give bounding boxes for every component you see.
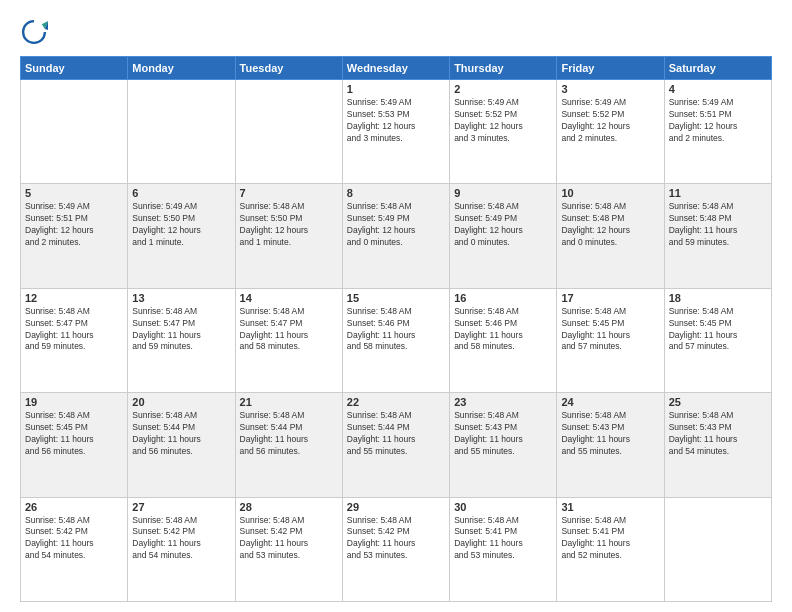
day-number: 30	[454, 501, 552, 513]
calendar-cell: 21Sunrise: 5:48 AM Sunset: 5:44 PM Dayli…	[235, 393, 342, 497]
day-number: 3	[561, 83, 659, 95]
calendar-cell: 23Sunrise: 5:48 AM Sunset: 5:43 PM Dayli…	[450, 393, 557, 497]
day-info: Sunrise: 5:48 AM Sunset: 5:47 PM Dayligh…	[25, 306, 123, 354]
day-info: Sunrise: 5:48 AM Sunset: 5:42 PM Dayligh…	[132, 515, 230, 563]
calendar-cell: 29Sunrise: 5:48 AM Sunset: 5:42 PM Dayli…	[342, 497, 449, 601]
calendar-cell: 31Sunrise: 5:48 AM Sunset: 5:41 PM Dayli…	[557, 497, 664, 601]
weekday-header: Sunday	[21, 57, 128, 80]
calendar-cell	[128, 80, 235, 184]
calendar-cell: 19Sunrise: 5:48 AM Sunset: 5:45 PM Dayli…	[21, 393, 128, 497]
day-info: Sunrise: 5:48 AM Sunset: 5:48 PM Dayligh…	[561, 201, 659, 249]
day-number: 6	[132, 187, 230, 199]
calendar-cell: 16Sunrise: 5:48 AM Sunset: 5:46 PM Dayli…	[450, 288, 557, 392]
day-info: Sunrise: 5:49 AM Sunset: 5:51 PM Dayligh…	[25, 201, 123, 249]
day-info: Sunrise: 5:48 AM Sunset: 5:43 PM Dayligh…	[669, 410, 767, 458]
day-info: Sunrise: 5:48 AM Sunset: 5:48 PM Dayligh…	[669, 201, 767, 249]
calendar-cell: 30Sunrise: 5:48 AM Sunset: 5:41 PM Dayli…	[450, 497, 557, 601]
weekday-header: Wednesday	[342, 57, 449, 80]
calendar-cell	[21, 80, 128, 184]
day-number: 20	[132, 396, 230, 408]
day-number: 28	[240, 501, 338, 513]
calendar-table: SundayMondayTuesdayWednesdayThursdayFrid…	[20, 56, 772, 602]
day-number: 8	[347, 187, 445, 199]
calendar-cell: 13Sunrise: 5:48 AM Sunset: 5:47 PM Dayli…	[128, 288, 235, 392]
day-info: Sunrise: 5:48 AM Sunset: 5:45 PM Dayligh…	[25, 410, 123, 458]
calendar-cell: 26Sunrise: 5:48 AM Sunset: 5:42 PM Dayli…	[21, 497, 128, 601]
day-number: 9	[454, 187, 552, 199]
calendar-week-row: 26Sunrise: 5:48 AM Sunset: 5:42 PM Dayli…	[21, 497, 772, 601]
day-number: 1	[347, 83, 445, 95]
calendar-week-row: 12Sunrise: 5:48 AM Sunset: 5:47 PM Dayli…	[21, 288, 772, 392]
calendar-cell: 7Sunrise: 5:48 AM Sunset: 5:50 PM Daylig…	[235, 184, 342, 288]
day-number: 29	[347, 501, 445, 513]
day-number: 13	[132, 292, 230, 304]
day-info: Sunrise: 5:48 AM Sunset: 5:46 PM Dayligh…	[347, 306, 445, 354]
day-number: 23	[454, 396, 552, 408]
calendar-cell: 28Sunrise: 5:48 AM Sunset: 5:42 PM Dayli…	[235, 497, 342, 601]
logo	[20, 18, 52, 46]
day-info: Sunrise: 5:48 AM Sunset: 5:41 PM Dayligh…	[561, 515, 659, 563]
calendar-cell: 20Sunrise: 5:48 AM Sunset: 5:44 PM Dayli…	[128, 393, 235, 497]
header	[20, 18, 772, 46]
calendar-cell: 14Sunrise: 5:48 AM Sunset: 5:47 PM Dayli…	[235, 288, 342, 392]
calendar-cell: 27Sunrise: 5:48 AM Sunset: 5:42 PM Dayli…	[128, 497, 235, 601]
day-info: Sunrise: 5:48 AM Sunset: 5:43 PM Dayligh…	[454, 410, 552, 458]
logo-icon	[20, 18, 48, 46]
day-info: Sunrise: 5:49 AM Sunset: 5:51 PM Dayligh…	[669, 97, 767, 145]
day-info: Sunrise: 5:49 AM Sunset: 5:53 PM Dayligh…	[347, 97, 445, 145]
day-info: Sunrise: 5:48 AM Sunset: 5:49 PM Dayligh…	[454, 201, 552, 249]
calendar-cell: 10Sunrise: 5:48 AM Sunset: 5:48 PM Dayli…	[557, 184, 664, 288]
day-number: 17	[561, 292, 659, 304]
calendar-cell: 12Sunrise: 5:48 AM Sunset: 5:47 PM Dayli…	[21, 288, 128, 392]
day-number: 27	[132, 501, 230, 513]
day-number: 4	[669, 83, 767, 95]
calendar-cell	[664, 497, 771, 601]
day-number: 7	[240, 187, 338, 199]
day-info: Sunrise: 5:48 AM Sunset: 5:42 PM Dayligh…	[347, 515, 445, 563]
day-number: 5	[25, 187, 123, 199]
weekday-header: Saturday	[664, 57, 771, 80]
calendar-cell: 18Sunrise: 5:48 AM Sunset: 5:45 PM Dayli…	[664, 288, 771, 392]
calendar-cell: 1Sunrise: 5:49 AM Sunset: 5:53 PM Daylig…	[342, 80, 449, 184]
day-info: Sunrise: 5:48 AM Sunset: 5:43 PM Dayligh…	[561, 410, 659, 458]
weekday-header: Friday	[557, 57, 664, 80]
day-number: 24	[561, 396, 659, 408]
day-number: 12	[25, 292, 123, 304]
day-info: Sunrise: 5:49 AM Sunset: 5:52 PM Dayligh…	[561, 97, 659, 145]
calendar-week-row: 1Sunrise: 5:49 AM Sunset: 5:53 PM Daylig…	[21, 80, 772, 184]
day-info: Sunrise: 5:48 AM Sunset: 5:49 PM Dayligh…	[347, 201, 445, 249]
day-info: Sunrise: 5:49 AM Sunset: 5:52 PM Dayligh…	[454, 97, 552, 145]
day-info: Sunrise: 5:48 AM Sunset: 5:44 PM Dayligh…	[240, 410, 338, 458]
calendar-cell: 6Sunrise: 5:49 AM Sunset: 5:50 PM Daylig…	[128, 184, 235, 288]
calendar-cell: 9Sunrise: 5:48 AM Sunset: 5:49 PM Daylig…	[450, 184, 557, 288]
calendar-header-row: SundayMondayTuesdayWednesdayThursdayFrid…	[21, 57, 772, 80]
day-info: Sunrise: 5:48 AM Sunset: 5:44 PM Dayligh…	[347, 410, 445, 458]
calendar-cell: 5Sunrise: 5:49 AM Sunset: 5:51 PM Daylig…	[21, 184, 128, 288]
day-number: 10	[561, 187, 659, 199]
day-number: 31	[561, 501, 659, 513]
day-number: 18	[669, 292, 767, 304]
weekday-header: Tuesday	[235, 57, 342, 80]
page: SundayMondayTuesdayWednesdayThursdayFrid…	[0, 0, 792, 612]
weekday-header: Thursday	[450, 57, 557, 80]
day-info: Sunrise: 5:48 AM Sunset: 5:50 PM Dayligh…	[240, 201, 338, 249]
day-info: Sunrise: 5:48 AM Sunset: 5:42 PM Dayligh…	[240, 515, 338, 563]
calendar-cell	[235, 80, 342, 184]
calendar-cell: 11Sunrise: 5:48 AM Sunset: 5:48 PM Dayli…	[664, 184, 771, 288]
day-info: Sunrise: 5:48 AM Sunset: 5:44 PM Dayligh…	[132, 410, 230, 458]
day-info: Sunrise: 5:49 AM Sunset: 5:50 PM Dayligh…	[132, 201, 230, 249]
day-number: 14	[240, 292, 338, 304]
calendar-cell: 4Sunrise: 5:49 AM Sunset: 5:51 PM Daylig…	[664, 80, 771, 184]
day-number: 25	[669, 396, 767, 408]
day-info: Sunrise: 5:48 AM Sunset: 5:45 PM Dayligh…	[561, 306, 659, 354]
calendar-cell: 15Sunrise: 5:48 AM Sunset: 5:46 PM Dayli…	[342, 288, 449, 392]
day-info: Sunrise: 5:48 AM Sunset: 5:45 PM Dayligh…	[669, 306, 767, 354]
day-info: Sunrise: 5:48 AM Sunset: 5:42 PM Dayligh…	[25, 515, 123, 563]
day-number: 26	[25, 501, 123, 513]
calendar-cell: 24Sunrise: 5:48 AM Sunset: 5:43 PM Dayli…	[557, 393, 664, 497]
day-info: Sunrise: 5:48 AM Sunset: 5:47 PM Dayligh…	[132, 306, 230, 354]
day-info: Sunrise: 5:48 AM Sunset: 5:41 PM Dayligh…	[454, 515, 552, 563]
day-number: 16	[454, 292, 552, 304]
day-number: 2	[454, 83, 552, 95]
calendar-cell: 25Sunrise: 5:48 AM Sunset: 5:43 PM Dayli…	[664, 393, 771, 497]
